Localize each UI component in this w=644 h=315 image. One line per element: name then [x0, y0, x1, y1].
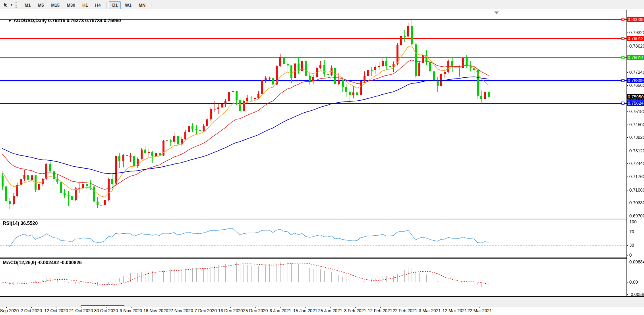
macd-panel-divider[interactable]	[0, 257, 644, 259]
hline-price-badge: 0.76809	[627, 78, 644, 83]
timeframe-button-m1[interactable]: M1	[21, 1, 34, 9]
time-axis-label: 2 Oct 2020	[21, 308, 42, 313]
time-axis-tick	[355, 307, 356, 308]
timeframe-button-mn[interactable]: MN	[135, 1, 149, 9]
price-axis[interactable]: 0.793200.786200.779400.772400.765600.758…	[627, 10, 644, 296]
time-axis-tick	[455, 307, 455, 308]
time-axis-label: 25 Dec 2020	[243, 308, 268, 313]
hline-price-badge: 0.78014	[627, 55, 644, 60]
time-axis-label: 15 Jan 2021	[293, 308, 317, 313]
timeframe-button-d1[interactable]: D1	[109, 1, 121, 9]
time-axis-tick	[255, 307, 256, 308]
chart-ohlc-values: 0.76215 0.76273 0.75784 0.75950	[48, 18, 121, 23]
time-axis-tick	[206, 307, 206, 308]
price-axis-label: 0.79320	[627, 30, 644, 35]
time-axis-tick	[405, 307, 405, 308]
timeframe-button-m5[interactable]: M5	[35, 1, 47, 9]
toolbar-separator	[151, 2, 151, 9]
rsi-panel-divider[interactable]	[0, 218, 644, 219]
macd-axis-label: 0.00	[627, 280, 644, 284]
price-chart-canvas[interactable]	[0, 10, 627, 296]
chart-window: ▼AUDUSD,Daily 0.76215 0.76273 0.75784 0.…	[0, 10, 644, 297]
macd-indicator-label: MACD(12,26,9) -0.002482 -0.000826	[3, 260, 82, 265]
time-axis-label: 3 Feb 2021	[344, 308, 366, 313]
time-axis-label: 3 Mar 2021	[419, 308, 441, 313]
rsi-axis-label: 0	[627, 253, 644, 257]
time-axis-label: 6 Jan 2021	[269, 308, 291, 313]
price-axis-label: 0.76560	[627, 83, 644, 88]
macd-axis-label: 0.00884	[627, 259, 644, 264]
timeframe-button-h1[interactable]: H1	[79, 1, 91, 9]
timeframe-button-m15[interactable]: M15	[48, 1, 62, 9]
rsi-axis-label: 30	[627, 243, 644, 248]
time-axis-tick	[280, 307, 281, 308]
time-axis-tick	[480, 307, 480, 308]
chart-title-line: ▼AUDUSD,Daily 0.76215 0.76273 0.75784 0.…	[3, 12, 121, 29]
rsi-axis-label: 100	[627, 219, 644, 224]
time-axis-label: 22 Feb 2021	[393, 308, 417, 313]
time-axis-tick	[6, 307, 7, 308]
price-axis-label: 0.73820	[627, 135, 644, 140]
hline-price-badge: 0.80009	[627, 17, 644, 22]
chart-collapse-icon[interactable]: ▼	[8, 19, 12, 23]
toolbar-grip-handle[interactable]	[15, 2, 19, 8]
time-axis[interactable]: 23 Sep 20202 Oct 202012 Oct 202021 Oct 2…	[0, 307, 644, 315]
time-axis-label: 9 Nov 2020	[120, 308, 142, 313]
price-axis-label: 0.75180	[627, 109, 644, 114]
time-axis-label: 21 Oct 2020	[69, 308, 93, 313]
price-axis-label: 0.69700	[627, 213, 644, 218]
chart-cursor-icon[interactable]	[2, 2, 10, 9]
time-axis-label: 12 Oct 2020	[44, 308, 68, 313]
time-axis-label: 16 Dec 2020	[218, 308, 243, 313]
rsi-indicator-label: RSI(14) 36.5520	[3, 221, 38, 226]
time-axis-label: 12 Feb 2021	[368, 308, 393, 313]
time-axis-tick	[230, 307, 231, 308]
chart-tools-dropdown-caret[interactable]: ▼	[10, 3, 13, 7]
time-axis-tick	[56, 307, 56, 308]
current-price-badge: 0.75950	[627, 94, 644, 100]
time-axis-tick	[156, 307, 156, 308]
time-axis-tick	[106, 307, 106, 308]
time-axis-tick	[181, 307, 181, 308]
time-axis-tick	[430, 307, 430, 308]
chart-symbol-period: AUDUSD,Daily	[14, 18, 46, 23]
time-axis-label: 30 Oct 2020	[94, 308, 118, 313]
time-axis-label: 7 Dec 2020	[194, 308, 217, 313]
time-axis-label: 12 Mar 2021	[443, 308, 467, 313]
time-axis-label: 18 Nov 2020	[143, 308, 168, 313]
cursor-arrow-icon	[3, 2, 8, 8]
time-axis-tick	[380, 307, 381, 308]
rsi-axis-label: 70	[627, 229, 644, 234]
hline-price-badge: 0.75624	[627, 100, 644, 106]
time-axis-label: 23 Sep 2020	[0, 308, 19, 313]
time-axis-tick	[305, 307, 306, 308]
price-axis-label: 0.72440	[627, 161, 644, 166]
time-axis-label: 22 Mar 2021	[467, 308, 492, 313]
price-axis-label: 0.70380	[627, 200, 644, 205]
time-axis-tick	[81, 307, 81, 308]
price-axis-label: 0.78620	[627, 44, 644, 48]
toolbar-separator	[106, 2, 106, 9]
time-axis-tick	[330, 307, 331, 308]
time-axis-tick	[131, 307, 132, 308]
time-axis-label: 27 Nov 2020	[168, 308, 193, 313]
macd-axis-label: -0.005651	[627, 292, 644, 297]
timeframe-button-m30[interactable]: M30	[64, 1, 78, 9]
price-axis-label: 0.71060	[627, 188, 644, 192]
time-axis-tick	[31, 307, 32, 308]
top-toolbar: ▼ M1M5M15M30H1H4D1W1MN	[0, 0, 644, 10]
timeframe-button-w1[interactable]: W1	[122, 1, 135, 9]
timeframe-button-h4[interactable]: H4	[92, 1, 104, 9]
timeframe-button-group: M1M5M15M30H1H4D1W1MN	[21, 1, 149, 9]
time-axis-label: 25 Jan 2021	[318, 308, 342, 313]
price-axis-label: 0.71760	[627, 174, 644, 179]
price-axis-label: 0.77240	[627, 70, 644, 75]
price-axis-label: 0.73120	[627, 148, 644, 153]
price-axis-label: 0.74500	[627, 122, 644, 127]
hline-price-badge: 0.79012	[627, 36, 644, 41]
